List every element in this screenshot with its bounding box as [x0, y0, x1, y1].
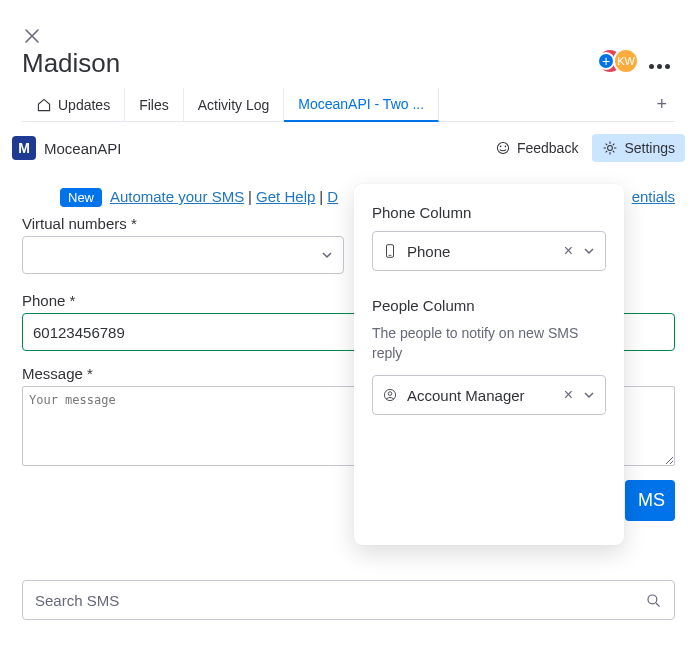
virtual-numbers-select[interactable]	[22, 236, 344, 274]
svg-point-0	[497, 142, 508, 153]
add-tab-button[interactable]: +	[648, 94, 675, 115]
tabs-bar: Updates Files Activity Log MoceanAPI - T…	[22, 88, 675, 122]
phone-icon	[383, 244, 397, 258]
new-badge: New	[60, 188, 102, 207]
message-placeholder: Your message	[29, 393, 116, 407]
tab-files[interactable]: Files	[125, 88, 184, 122]
send-sms-button[interactable]: MS	[625, 480, 675, 521]
close-button[interactable]	[24, 28, 40, 44]
feedback-label: Feedback	[517, 140, 578, 156]
phone-column-select[interactable]: Phone ×	[372, 231, 606, 271]
svg-point-1	[500, 146, 502, 148]
send-label: MS	[638, 490, 665, 510]
page-title: Madison	[22, 48, 120, 79]
svg-point-3	[608, 146, 613, 151]
svg-point-4	[648, 595, 657, 604]
phone-value: 60123456789	[33, 324, 125, 341]
get-help-link[interactable]: Get Help	[256, 188, 315, 205]
search-sms-input[interactable]: Search SMS	[22, 580, 675, 620]
people-column-label: People Column	[372, 297, 606, 314]
tab-label: MoceanAPI - Two ...	[298, 96, 424, 112]
clear-people-column-button[interactable]: ×	[564, 386, 573, 404]
more-menu-button[interactable]	[641, 50, 677, 78]
home-icon	[36, 97, 52, 113]
gear-icon	[602, 140, 618, 156]
app-bar: M MoceanAPI Feedback Settings	[12, 132, 685, 164]
chevron-down-icon	[321, 249, 333, 261]
tab-moceanapi[interactable]: MoceanAPI - Two ...	[284, 88, 439, 122]
tab-updates[interactable]: Updates	[22, 88, 125, 122]
feedback-button[interactable]: Feedback	[489, 136, 584, 160]
phone-column-label: Phone Column	[372, 204, 606, 221]
person-icon	[383, 388, 397, 402]
clear-phone-column-button[interactable]: ×	[564, 242, 573, 260]
link-separator: |	[248, 188, 256, 205]
settings-button[interactable]: Settings	[592, 134, 685, 162]
chevron-down-icon	[583, 389, 595, 401]
tab-label: Files	[139, 97, 169, 113]
credentials-link-tail[interactable]: entials	[632, 188, 675, 205]
search-wrap: Search SMS	[22, 580, 675, 620]
feedback-icon	[495, 140, 511, 156]
search-placeholder: Search SMS	[35, 592, 119, 609]
settings-popover: Phone Column Phone × People Column The p…	[354, 184, 624, 545]
tab-label: Activity Log	[198, 97, 270, 113]
phone-column-value: Phone	[407, 243, 554, 260]
people-column-select[interactable]: Account Manager ×	[372, 375, 606, 415]
people-column-desc: The people to notify on new SMS reply	[372, 324, 606, 363]
svg-point-8	[388, 392, 392, 396]
d-link[interactable]: D	[327, 188, 338, 205]
close-icon	[24, 28, 40, 44]
avatar[interactable]: KW	[613, 48, 639, 74]
svg-point-2	[505, 146, 507, 148]
tab-label: Updates	[58, 97, 110, 113]
automate-sms-link[interactable]: Automate your SMS	[110, 188, 244, 205]
people-column-value: Account Manager	[407, 387, 554, 404]
app-name: MoceanAPI	[44, 140, 122, 157]
chevron-down-icon	[583, 245, 595, 257]
settings-label: Settings	[624, 140, 675, 156]
add-member-button[interactable]: +	[597, 52, 615, 70]
search-icon	[646, 591, 662, 609]
app-logo: M	[12, 136, 36, 160]
member-avatars: + M KW	[597, 48, 639, 74]
tab-activity-log[interactable]: Activity Log	[184, 88, 285, 122]
svg-rect-6	[389, 255, 392, 256]
